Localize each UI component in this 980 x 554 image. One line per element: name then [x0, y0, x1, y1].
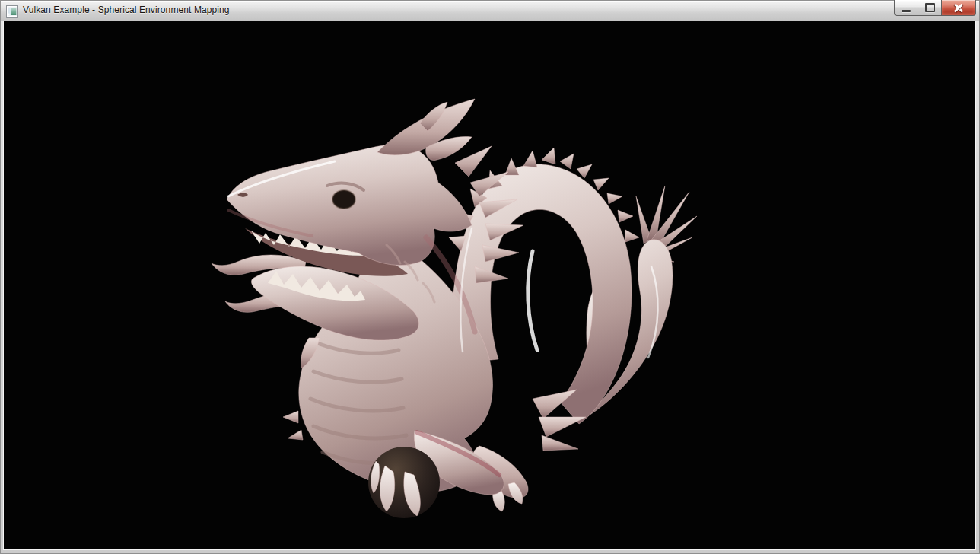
window-controls: [895, 0, 976, 16]
titlebar[interactable]: Vulkan Example - Spherical Environment M…: [1, 1, 979, 21]
window-title: Vulkan Example - Spherical Environment M…: [23, 5, 230, 18]
minimize-icon: [902, 10, 911, 12]
maximize-icon: [925, 3, 935, 12]
close-button[interactable]: [941, 0, 976, 16]
minimize-button[interactable]: [894, 0, 918, 16]
maximize-button[interactable]: [918, 0, 942, 16]
render-viewport[interactable]: [4, 21, 975, 549]
app-window: Vulkan Example - Spherical Environment M…: [0, 0, 980, 554]
application-icon[interactable]: [6, 5, 18, 18]
close-icon: [953, 3, 965, 12]
